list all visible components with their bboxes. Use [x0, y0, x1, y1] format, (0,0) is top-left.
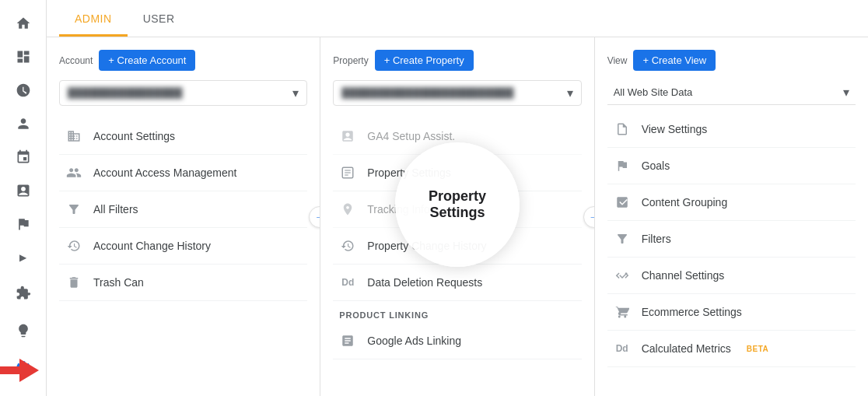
all-filters-item[interactable]: All Filters: [59, 191, 307, 228]
calculated-metrics-item[interactable]: Dd Calculated Metrics BETA: [607, 331, 856, 367]
settings-icon[interactable]: [6, 351, 40, 385]
create-view-button[interactable]: + Create View: [633, 50, 716, 71]
property-label: Property: [333, 55, 368, 66]
account-nav-arrow[interactable]: →: [309, 206, 320, 228]
main-content: ADMIN USER Account + Create Account ████…: [47, 0, 868, 396]
dd-view-icon: Dd: [614, 340, 631, 357]
ga4-setup-item[interactable]: GA4 Setup Assist.: [333, 118, 581, 155]
calculated-metrics-label: Calculated Metrics: [642, 342, 731, 355]
tracking-icon: [339, 201, 356, 218]
view-dropdown-text: All Web Site Data: [614, 86, 840, 98]
tab-bar: ADMIN USER: [47, 0, 868, 37]
channel-settings-label: Channel Settings: [642, 269, 725, 282]
tracking-info-item[interactable]: Tracking Info: [333, 191, 581, 228]
building-icon: [65, 128, 82, 145]
channel-icon: [614, 267, 631, 284]
property-settings-label: Property Settings: [367, 166, 450, 179]
account-change-history-label: Account Change History: [93, 240, 211, 252]
history-icon: [65, 237, 82, 254]
view-filter-icon: [614, 230, 631, 247]
account-settings-label: Account Settings: [93, 130, 175, 142]
property-dropdown-text: ████████████████████████: [341, 87, 563, 99]
view-panel: View + Create View All Web Site Data ▾ V…: [595, 37, 868, 396]
bulb-icon[interactable]: [6, 314, 40, 348]
account-label: Account: [59, 55, 93, 66]
account-change-history-item[interactable]: Account Change History: [59, 228, 307, 265]
goals-label: Goals: [642, 159, 670, 172]
google-ads-item[interactable]: Google Ads Linking: [333, 323, 581, 359]
trash-can-item[interactable]: Trash Can: [59, 265, 307, 301]
people-icon: [65, 164, 82, 181]
goals-flag-icon: [614, 157, 631, 174]
property-dropdown[interactable]: ████████████████████████ ▾: [333, 80, 581, 106]
property-panel-header: Property + Create Property: [333, 50, 581, 71]
property-chevron-icon: ▾: [567, 86, 573, 100]
filter-icon: [65, 201, 82, 218]
document-icon: [614, 121, 631, 138]
view-filters-label: Filters: [642, 233, 671, 245]
clock-icon[interactable]: [6, 75, 40, 105]
view-filters-item[interactable]: Filters: [607, 221, 856, 258]
chevron-down-icon: ▾: [292, 86, 299, 100]
dashboard-icon[interactable]: [6, 41, 40, 72]
ga4-icon: [339, 128, 356, 145]
all-filters-label: All Filters: [93, 203, 138, 216]
view-panel-header: View + Create View: [607, 50, 856, 71]
person-icon[interactable]: [6, 108, 40, 138]
account-panel: Account + Create Account ███████████████…: [47, 37, 320, 396]
expand-icon[interactable]: ▶: [6, 243, 40, 273]
flag-sidebar-icon[interactable]: [6, 209, 40, 240]
property-change-history-item[interactable]: Property Change History: [333, 228, 581, 265]
tracking-info-label: Tracking Info: [367, 203, 429, 216]
create-account-button[interactable]: + Create Account: [99, 50, 195, 71]
data-deletion-item[interactable]: Dd Data Deletion Requests: [333, 265, 581, 301]
view-dropdown[interactable]: All Web Site Data ▾: [607, 80, 856, 105]
goals-item[interactable]: Goals: [607, 148, 856, 184]
cart-icon: [614, 303, 631, 321]
view-chevron-icon: ▾: [843, 85, 849, 100]
transform-icon[interactable]: [6, 142, 40, 173]
trash-can-label: Trash Can: [93, 276, 144, 289]
account-panel-header: Account + Create Account: [59, 50, 307, 71]
view-settings-item[interactable]: View Settings: [607, 111, 856, 148]
ga4-setup-label: GA4 Setup Assist.: [367, 130, 455, 142]
content-grouping-item[interactable]: Content Grouping: [607, 184, 856, 221]
property-settings-item[interactable]: Property Settings: [333, 155, 581, 191]
product-linking-label: PRODUCT LINKING: [333, 301, 581, 323]
property-panel: Property + Create Property █████████████…: [320, 37, 594, 396]
view-label: View: [607, 55, 628, 66]
tab-user[interactable]: USER: [128, 0, 191, 37]
ads-icon: [339, 332, 356, 349]
account-access-label: Account Access Management: [93, 166, 236, 179]
property-nav-arrow[interactable]: →: [583, 206, 595, 228]
account-access-item[interactable]: Account Access Management: [59, 155, 307, 191]
account-dropdown-text: ████████████████: [68, 87, 289, 99]
sidebar: ▶: [0, 0, 47, 396]
google-ads-label: Google Ads Linking: [367, 335, 461, 347]
beta-badge: BETA: [747, 345, 768, 353]
trash-icon: [65, 274, 82, 291]
content-grouping-label: Content Grouping: [642, 196, 728, 209]
puzzle-icon[interactable]: [6, 276, 40, 310]
tab-admin[interactable]: ADMIN: [59, 0, 128, 37]
property-change-history-label: Property Change History: [367, 240, 486, 252]
create-property-button[interactable]: + Create Property: [375, 50, 474, 71]
channel-settings-item[interactable]: Channel Settings: [607, 258, 856, 294]
account-dropdown[interactable]: ████████████████ ▾: [59, 80, 307, 106]
view-settings-label: View Settings: [642, 123, 708, 135]
ecommerce-settings-item[interactable]: Ecommerce Settings: [607, 294, 856, 331]
property-history-icon: [339, 237, 356, 254]
admin-columns: Account + Create Account ███████████████…: [47, 37, 868, 396]
dd-property-icon: Dd: [339, 274, 356, 291]
account-settings-item[interactable]: Account Settings: [59, 118, 307, 155]
ecommerce-settings-label: Ecommerce Settings: [642, 306, 742, 318]
data-deletion-label: Data Deletion Requests: [367, 276, 482, 289]
property-settings-icon: [339, 164, 356, 181]
home-icon[interactable]: [6, 8, 40, 38]
layers-icon[interactable]: [6, 176, 40, 206]
chart-icon: [614, 194, 631, 211]
